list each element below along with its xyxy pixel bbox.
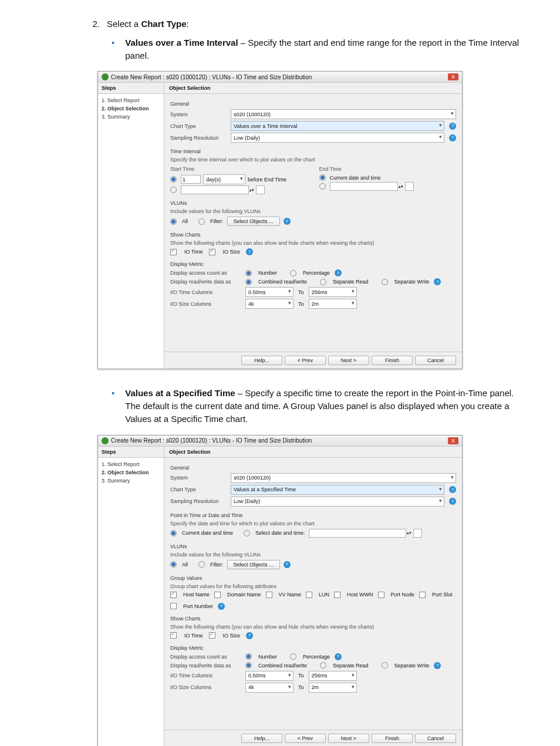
finish-button[interactable]: Finish xyxy=(372,356,413,365)
step-3[interactable]: 3. Summary xyxy=(102,477,160,485)
io-size-to-select[interactable]: 2m xyxy=(309,683,357,693)
window-controls[interactable]: X xyxy=(448,437,458,444)
domain-name-check[interactable] xyxy=(214,592,221,598)
calendar-icon[interactable] xyxy=(405,182,414,191)
port-node-check[interactable] xyxy=(378,592,384,598)
system-select[interactable]: s020 (1000120) xyxy=(231,473,456,483)
io-time-check[interactable] xyxy=(170,632,177,639)
start-absolute-radio[interactable] xyxy=(170,187,177,193)
sampling-select[interactable]: Low (Daily) xyxy=(231,133,444,143)
help-button[interactable]: Help... xyxy=(241,356,282,365)
help-button[interactable]: Help... xyxy=(241,734,282,743)
percentage-radio[interactable] xyxy=(290,653,296,660)
io-time-to-select[interactable]: 256ms xyxy=(309,287,357,297)
pit-select-label: Select date and time: xyxy=(255,530,305,536)
port-slot-check[interactable] xyxy=(419,592,426,598)
finish-button[interactable]: Finish xyxy=(372,734,413,743)
help-icon[interactable]: ? xyxy=(218,603,225,610)
io-time-from-select[interactable]: 0.50ms xyxy=(245,287,294,297)
step-2[interactable]: 2. Object Selection xyxy=(102,468,160,477)
select-objects-button[interactable]: Select Objects ... xyxy=(227,217,280,226)
help-icon[interactable]: ? xyxy=(449,134,456,141)
sep-write-radio[interactable] xyxy=(382,279,388,285)
combined-radio[interactable] xyxy=(245,662,252,669)
help-icon[interactable]: ? xyxy=(434,662,441,669)
sep-read-radio[interactable] xyxy=(320,662,326,669)
system-select[interactable]: s020 (1000120) xyxy=(231,109,456,119)
help-icon[interactable]: ? xyxy=(449,123,456,130)
host-name-check[interactable] xyxy=(170,592,177,598)
vluns-filter-radio[interactable] xyxy=(198,218,205,225)
sep-read-label: Separate Read xyxy=(333,279,369,285)
help-icon[interactable]: ? xyxy=(284,218,291,225)
io-time-label: IO Time xyxy=(184,633,203,639)
number-radio[interactable] xyxy=(245,653,252,660)
io-size-to-select[interactable]: 2m xyxy=(309,299,357,309)
pit-current-radio[interactable] xyxy=(170,530,177,536)
sep-read-radio[interactable] xyxy=(320,279,326,285)
help-icon[interactable]: ? xyxy=(449,486,456,493)
help-icon[interactable]: ? xyxy=(434,278,441,285)
vv-name-check[interactable] xyxy=(266,592,272,598)
calendar-icon[interactable] xyxy=(256,185,265,194)
port-number-check[interactable] xyxy=(170,603,177,609)
prev-button[interactable]: < Prev xyxy=(285,356,326,365)
host-name-label: Host Name xyxy=(183,592,210,598)
io-size-check[interactable] xyxy=(209,249,215,255)
io-time-check[interactable] xyxy=(170,249,177,255)
pit-select-radio[interactable] xyxy=(244,530,250,536)
pit-current-label: Current date and time xyxy=(182,530,233,536)
step-1[interactable]: 1. Select Report xyxy=(102,96,160,104)
vluns-all-radio[interactable] xyxy=(170,561,177,568)
end-current-radio[interactable] xyxy=(319,174,326,181)
step-1[interactable]: 1. Select Report xyxy=(102,460,160,468)
chart-type-select[interactable]: Values at a Specified Time xyxy=(231,485,444,495)
close-icon[interactable]: X xyxy=(448,73,458,80)
io-size-from-select[interactable]: 4k xyxy=(245,299,294,309)
io-size-from-select[interactable]: 4k xyxy=(245,683,294,693)
next-button[interactable]: Next > xyxy=(328,356,369,365)
help-icon[interactable]: ? xyxy=(246,632,253,639)
help-icon[interactable]: ? xyxy=(284,561,291,568)
step-2[interactable]: 2. Object Selection xyxy=(102,104,160,113)
close-icon[interactable]: X xyxy=(448,437,458,444)
vluns-all-radio[interactable] xyxy=(170,218,177,225)
percentage-radio[interactable] xyxy=(290,270,296,276)
sep-write-radio[interactable] xyxy=(382,662,388,669)
combined-radio[interactable] xyxy=(245,279,252,285)
system-label: System xyxy=(170,475,226,481)
io-size-check[interactable] xyxy=(209,632,215,639)
pit-desc: Specify the date and time for which to p… xyxy=(170,521,456,526)
start-value-input[interactable] xyxy=(181,175,201,184)
help-icon[interactable]: ? xyxy=(335,269,342,276)
start-time-label: Start Time xyxy=(170,166,308,172)
pit-date-input[interactable] xyxy=(309,529,406,538)
to-label: To xyxy=(298,684,304,690)
help-icon[interactable]: ? xyxy=(246,248,253,255)
help-icon[interactable]: ? xyxy=(449,498,456,505)
cancel-button[interactable]: Cancel xyxy=(415,734,456,743)
number-radio[interactable] xyxy=(245,270,252,276)
window-controls[interactable]: X xyxy=(448,73,458,80)
host-wwn-check[interactable] xyxy=(334,592,340,598)
select-objects-button[interactable]: Select Objects ... xyxy=(227,560,280,569)
calendar-icon[interactable] xyxy=(413,529,422,538)
start-relative-radio[interactable] xyxy=(170,176,177,183)
start-date-input[interactable] xyxy=(181,185,249,194)
end-time-label: End Time xyxy=(319,166,457,172)
lun-check[interactable] xyxy=(306,592,312,598)
cancel-button[interactable]: Cancel xyxy=(415,356,456,365)
sampling-select[interactable]: Low (Daily) xyxy=(231,497,444,507)
io-time-from-select[interactable]: 0.50ms xyxy=(245,671,294,681)
help-icon[interactable]: ? xyxy=(335,653,342,660)
next-button[interactable]: Next > xyxy=(328,734,369,743)
step-3[interactable]: 3. Summary xyxy=(102,113,160,121)
start-unit-select[interactable]: day(s) xyxy=(203,174,245,184)
chart-type-select[interactable]: Values over a Time Interval xyxy=(231,121,444,131)
access-count-label: Display access count as xyxy=(170,654,241,660)
io-time-to-select[interactable]: 256ms xyxy=(309,671,357,681)
end-date-input[interactable] xyxy=(330,182,398,191)
vluns-filter-radio[interactable] xyxy=(198,561,205,568)
prev-button[interactable]: < Prev xyxy=(285,734,326,743)
end-absolute-radio[interactable] xyxy=(319,183,326,190)
